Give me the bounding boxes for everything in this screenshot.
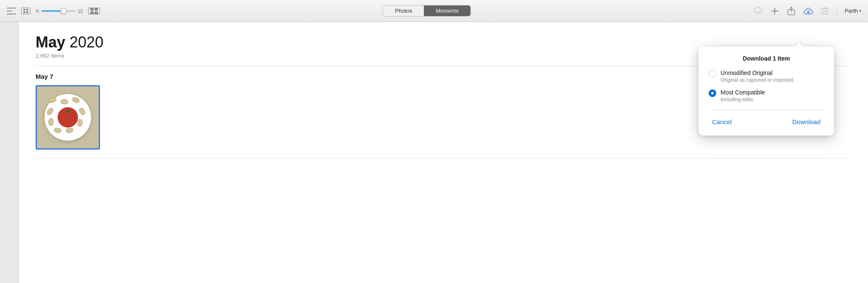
month-name: May [36,33,65,51]
popup-divider [709,109,824,110]
dumpling-7 [53,127,62,133]
download-button[interactable]: Download [789,117,824,127]
user-chevron-icon: ▾ [859,8,861,13]
dumpling-5 [78,119,83,127]
popup-title: Download 1 Item [709,55,824,62]
toolbar-center: Photos Moments [100,5,754,17]
bottom-divider [36,158,851,158]
option-compatible-text: Most Compatible Including edits. [721,89,765,103]
option-unmodified-sublabel: Original as captured or imported. [721,77,795,83]
year-value: 2020 [70,33,103,51]
cancel-button[interactable]: Cancel [709,117,735,127]
dumpling-4 [78,107,86,116]
zoom-slider[interactable]: ⊞ ⊟ [36,8,83,14]
view-toggle: Photos Moments [383,5,471,17]
option-unmodified[interactable]: Unmodified Original Original as captured… [709,69,824,83]
radio-unmodified[interactable] [709,70,716,78]
photos-tab[interactable]: Photos [383,6,424,16]
svg-rect-2 [23,11,25,13]
option-unmodified-label: Unmodified Original [721,69,795,76]
svg-rect-3 [26,11,28,13]
toolbar-divider [837,6,837,16]
svg-rect-7 [95,11,98,14]
user-menu[interactable]: Parth ▾ [845,8,861,14]
sauce-bowl [58,107,78,128]
garnish [66,110,70,113]
option-compatible-label: Most Compatible [721,89,765,96]
zoom-out-icon: ⊞ [36,8,39,13]
dumpling-8 [48,118,53,126]
svg-rect-14 [822,8,828,14]
option-unmodified-text: Unmodified Original Original as captured… [721,69,795,83]
svg-rect-1 [26,9,28,11]
sidebar-toggle-button[interactable] [7,8,16,14]
slider-thumb[interactable] [61,8,67,14]
main-content: May 2020 2,662 Items May 7 [0,22,868,283]
zoom-in-icon: ⊟ [78,8,83,14]
dumpling-1 [48,96,57,103]
toolbar: ⊞ ⊟ Photos Moments [0,0,868,22]
dumpling-3 [71,96,80,103]
toggle-bar-1 [7,8,16,8]
thumbnail-large-icon[interactable] [88,8,100,14]
upload-icon[interactable] [754,6,763,16]
sidebar [0,22,19,283]
moments-tab[interactable]: Moments [424,6,470,16]
toggle-bar-3 [7,14,16,14]
food-image [37,86,99,148]
photo-item[interactable] [36,85,100,150]
share-icon[interactable] [787,6,796,16]
option-compatible[interactable]: Most Compatible Including edits. [709,89,824,103]
popup-actions: Cancel Download [709,117,824,127]
toolbar-right: Parth ▾ [754,6,861,16]
download-popup: Download 1 Item Unmodified Original Orig… [698,47,834,136]
toggle-bar-2 [7,11,12,11]
svg-rect-4 [90,8,94,11]
radio-compatible[interactable] [709,89,716,97]
dumpling-6 [65,127,74,133]
svg-rect-0 [23,9,25,11]
add-icon[interactable] [771,7,779,15]
user-name: Parth [845,8,858,14]
option-compatible-sublabel: Including edits. [721,97,765,103]
trash-icon[interactable] [821,6,829,16]
dumpling-9 [46,107,54,116]
toolbar-left: ⊞ ⊟ [7,8,100,14]
download-icon[interactable] [804,6,813,16]
slider-track[interactable] [42,10,75,12]
svg-rect-5 [95,8,98,11]
svg-rect-6 [90,11,94,14]
thumbnail-small-icon[interactable] [21,8,31,14]
dumpling-2 [61,99,69,105]
